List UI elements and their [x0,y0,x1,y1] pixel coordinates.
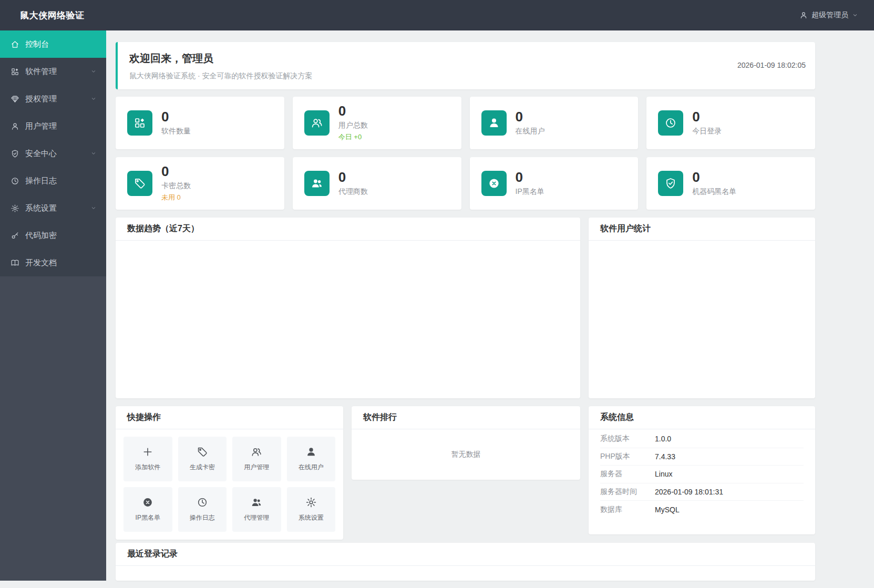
quick-action-用户管理[interactable]: 用户管理 [232,437,281,481]
trend-chart-area [116,241,580,398]
user-solid-icon [305,446,317,458]
sidebar-item-label: 代码加密 [25,231,97,241]
stat-label: IP黑名单 [516,187,544,197]
system-info-value: Linux [655,470,672,478]
stat-value: 0 [338,104,368,118]
system-info-value: MySQL [655,506,680,514]
quick-action-label: 在线用户 [299,463,324,472]
system-info-rows: 系统版本1.0.0PHP版本7.4.33服务器Linux服务器时间2026-01… [589,429,815,519]
quick-action-生成卡密[interactable]: 生成卡密 [178,437,227,481]
sidebar-nav: 控制台软件管理授权管理用户管理安全中心操作日志系统设置代码加密开发文档 [0,30,106,276]
sidebar-item-label: 开发文档 [25,258,97,268]
quick-action-label: 系统设置 [299,513,324,522]
chevron-down-icon [90,150,97,157]
user-solid-icon [488,117,500,129]
quick-action-label: 代理管理 [244,513,269,522]
shield-check-icon [11,149,19,158]
ranking-empty-text: 暂无数据 [352,429,580,479]
stat-card-在线用户: 0在线用户 [470,97,639,149]
stat-label: 机器码黑名单 [692,187,736,197]
system-info-label: 数据库 [600,505,655,514]
home-icon [11,40,19,49]
system-info-label: 服务器 [600,469,655,479]
users-icon [311,117,323,129]
recent-logins-title: 最近登录记录 [116,543,815,566]
stat-value: 0 [161,164,191,179]
chevron-down-icon [90,68,97,75]
current-datetime: 2026-01-09 18:02:05 [737,61,806,69]
stat-card-代理商数: 0代理商数 [293,157,461,210]
sidebar-item-操作日志[interactable]: 操作日志 [0,167,106,194]
sidebar-item-安全中心[interactable]: 安全中心 [0,140,106,167]
shield-check-icon [664,177,677,190]
sidebar-item-label: 系统设置 [25,203,90,213]
quick-action-添加软件[interactable]: 添加软件 [124,437,172,481]
users-solid-icon [251,497,262,508]
system-info-title: 系统信息 [589,406,815,429]
sidebar-item-授权管理[interactable]: 授权管理 [0,85,106,112]
software-users-panel: 软件用户统计 [589,218,815,398]
clock-icon [197,497,208,508]
users-solid-icon [311,177,323,190]
stat-card-软件数量: 0软件数量 [116,97,284,149]
sidebar-item-代码加密[interactable]: 代码加密 [0,222,106,249]
quick-action-系统设置[interactable]: 系统设置 [287,487,336,532]
system-info-label: PHP版本 [600,452,655,461]
stat-value: 0 [516,170,544,184]
plus-icon [142,446,153,458]
quick-actions-title: 快捷操作 [116,406,343,429]
system-info-value: 7.4.33 [655,452,675,461]
chevron-down-icon [90,205,97,211]
user-menu[interactable]: 超级管理员 [799,11,874,20]
sidebar-item-开发文档[interactable]: 开发文档 [0,249,106,276]
user-icon [11,122,19,131]
diamond-icon [11,95,19,104]
recent-logins-panel: 最近登录记录 [116,543,815,581]
quick-action-label: 操作日志 [190,513,215,522]
app-title: 鼠大侠网络验证 [0,9,85,22]
stat-icon-tile [658,110,683,136]
stat-icon-tile [658,171,683,196]
welcome-title: 欢迎回来，管理员 [129,51,803,66]
stat-card-卡密总数: 0卡密总数未用 0 [116,157,284,210]
quick-action-在线用户[interactable]: 在线用户 [287,437,336,481]
stat-sub-label: 今日 +0 [338,132,368,142]
quick-actions-panel: 快捷操作 添加软件生成卡密用户管理在线用户IP黑名单操作日志代理管理系统设置 [116,406,343,540]
quick-action-代理管理[interactable]: 代理管理 [232,487,281,532]
user-name: 超级管理员 [811,11,848,20]
stat-icon-tile [127,171,152,196]
welcome-subtitle: 鼠大侠网络验证系统 · 安全可靠的软件授权验证解决方案 [129,71,803,81]
sidebar: 控制台软件管理授权管理用户管理安全中心操作日志系统设置代码加密开发文档 [0,30,106,581]
sidebar-item-软件管理[interactable]: 软件管理 [0,58,106,85]
tag-icon [133,177,146,190]
gear-icon [11,204,19,213]
sidebar-item-系统设置[interactable]: 系统设置 [0,194,106,222]
quick-action-操作日志[interactable]: 操作日志 [178,487,227,532]
chevron-down-icon [852,12,858,18]
sidebar-item-label: 软件管理 [25,67,90,77]
stat-label: 代理商数 [338,187,368,197]
stat-value: 0 [692,170,736,184]
stat-sub-label: 未用 0 [161,193,191,202]
clock-icon [664,117,677,129]
tag-icon [197,446,208,458]
system-info-row: 数据库MySQL [600,501,804,519]
stat-icon-tile [481,171,507,196]
quick-action-IP黑名单[interactable]: IP黑名单 [124,487,172,532]
key-icon [11,231,19,240]
welcome-banner: 欢迎回来，管理员 鼠大侠网络验证系统 · 安全可靠的软件授权验证解决方案 202… [116,42,815,89]
quick-action-label: 生成卡密 [190,463,215,472]
sidebar-item-控制台[interactable]: 控制台 [0,30,106,58]
stat-label: 卡密总数 [161,181,191,191]
stat-value: 0 [516,110,545,124]
sidebar-item-用户管理[interactable]: 用户管理 [0,112,106,140]
system-info-row: 服务器Linux [600,466,804,483]
sidebar-item-label: 控制台 [25,39,97,49]
stat-label: 软件数量 [161,127,191,136]
system-info-value: 2026-01-09 18:01:31 [655,488,723,496]
sidebar-item-label: 操作日志 [25,176,97,186]
stat-icon-tile [481,110,507,136]
stat-label: 在线用户 [516,127,545,136]
software-ranking-panel: 软件排行 暂无数据 [352,406,580,480]
software-users-chart-area [589,241,815,398]
